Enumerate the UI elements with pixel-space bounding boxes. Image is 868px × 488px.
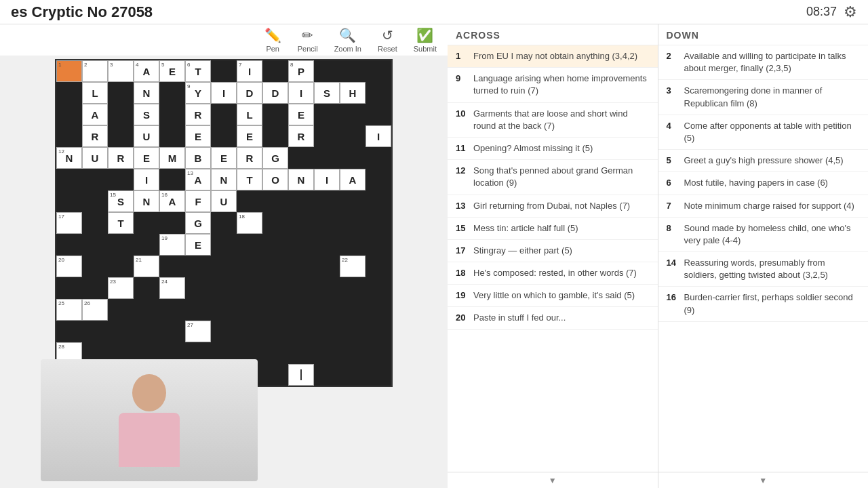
cell-11-7[interactable] <box>237 299 262 321</box>
cell-6-11[interactable] <box>340 190 366 212</box>
cell-11-8[interactable] <box>262 299 288 321</box>
cell-2-8[interactable] <box>262 104 288 125</box>
cell-14-8[interactable] <box>262 364 288 386</box>
cell-11-0[interactable]: 25 <box>56 299 82 321</box>
cell-9-5[interactable] <box>185 256 211 277</box>
cell-7-0[interactable]: 17 <box>56 212 82 234</box>
cell-11-12[interactable] <box>366 299 391 321</box>
cell-10-2[interactable]: 23 <box>108 277 134 299</box>
clue-item-16[interactable]: 16Burden-carrier first, perhaps soldier … <box>658 287 869 321</box>
cell-6-4[interactable]: 16A <box>159 190 185 212</box>
cell-5-1[interactable] <box>82 169 108 190</box>
cell-12-0[interactable] <box>56 321 82 342</box>
cell-5-4[interactable] <box>159 169 185 190</box>
cell-3-6[interactable] <box>211 125 237 147</box>
cell-1-6[interactable]: I <box>211 82 237 104</box>
cell-0-3[interactable]: 4A <box>134 60 159 82</box>
cell-12-9[interactable] <box>288 321 314 342</box>
cell-12-1[interactable] <box>82 321 108 342</box>
cell-5-12[interactable] <box>366 169 391 190</box>
cell-1-2[interactable] <box>108 82 134 104</box>
cell-7-8[interactable] <box>262 212 288 234</box>
cell-8-8[interactable] <box>262 234 288 256</box>
cell-11-10[interactable] <box>314 299 340 321</box>
cell-11-9[interactable] <box>288 299 314 321</box>
clue-item-9[interactable]: 9Language arising when home improvements… <box>448 68 658 102</box>
cell-13-9[interactable] <box>288 342 314 364</box>
clue-item-7[interactable]: 7Note minimum charge raised for support … <box>658 195 869 218</box>
pen-tool[interactable]: ✏️ Pen <box>264 27 281 53</box>
cell-10-7[interactable] <box>237 277 262 299</box>
cell-9-7[interactable] <box>237 256 262 277</box>
cell-9-2[interactable] <box>108 256 134 277</box>
cell-3-9[interactable]: R <box>288 125 314 147</box>
cell-10-0[interactable] <box>56 277 82 299</box>
cell-4-8[interactable]: G <box>262 147 288 169</box>
cell-3-8[interactable] <box>262 125 288 147</box>
cell-8-7[interactable] <box>237 234 262 256</box>
cell-6-2[interactable]: 15S <box>108 190 134 212</box>
cell-2-3[interactable]: S <box>134 104 159 125</box>
cell-9-10[interactable] <box>314 256 340 277</box>
cell-9-1[interactable] <box>82 256 108 277</box>
clue-item-18[interactable]: 18He's composed: rested, in other words … <box>448 262 658 285</box>
cell-6-6[interactable]: U <box>211 190 237 212</box>
cell-11-11[interactable] <box>340 299 366 321</box>
clue-item-2[interactable]: 2Available and willing to participate in… <box>658 45 869 80</box>
cell-6-7[interactable] <box>237 190 262 212</box>
clue-item-11[interactable]: 11Opening? Almost missing it (5) <box>448 138 658 160</box>
cell-0-12[interactable] <box>366 60 391 82</box>
cell-6-1[interactable] <box>82 190 108 212</box>
cell-13-8[interactable] <box>262 342 288 364</box>
cell-12-3[interactable] <box>134 321 159 342</box>
cell-11-5[interactable] <box>185 299 211 321</box>
cell-8-1[interactable] <box>82 234 108 256</box>
cell-5-2[interactable] <box>108 169 134 190</box>
clue-item-17[interactable]: 17Stingray — either part (5) <box>448 240 658 262</box>
cell-12-11[interactable] <box>340 321 366 342</box>
cell-7-11[interactable] <box>340 212 366 234</box>
cell-6-0[interactable] <box>56 190 82 212</box>
cell-9-9[interactable] <box>288 256 314 277</box>
cell-4-10[interactable] <box>314 147 340 169</box>
cell-7-9[interactable] <box>288 212 314 234</box>
cell-9-6[interactable] <box>211 256 237 277</box>
cell-1-3[interactable]: N <box>134 82 159 104</box>
cell-7-4[interactable] <box>159 212 185 234</box>
cell-10-9[interactable] <box>288 277 314 299</box>
cell-12-8[interactable] <box>262 321 288 342</box>
cell-8-4[interactable]: 19 <box>159 234 185 256</box>
cell-10-11[interactable] <box>340 277 366 299</box>
cell-3-0[interactable] <box>56 125 82 147</box>
cell-4-0[interactable]: 12N <box>56 147 82 169</box>
cell-2-12[interactable] <box>366 104 391 125</box>
cell-4-3[interactable]: E <box>134 147 159 169</box>
cell-11-6[interactable] <box>211 299 237 321</box>
across-scroll-down[interactable]: ▼ <box>448 472 658 488</box>
cell-0-8[interactable] <box>262 60 288 82</box>
cell-12-10[interactable] <box>314 321 340 342</box>
cell-1-5[interactable]: 9Y <box>185 82 211 104</box>
cell-9-4[interactable] <box>159 256 185 277</box>
cell-5-6[interactable]: N <box>211 169 237 190</box>
clue-item-14[interactable]: 14Reassuring words, presumably from sold… <box>658 252 869 287</box>
cell-10-10[interactable] <box>314 277 340 299</box>
cell-1-12[interactable] <box>366 82 391 104</box>
cell-14-9[interactable] <box>288 364 314 386</box>
clue-item-1[interactable]: 1From EU I may not obtain anything (3,4,… <box>448 45 658 68</box>
cell-5-11[interactable]: A <box>340 169 366 190</box>
cell-3-11[interactable] <box>340 125 366 147</box>
cell-13-12[interactable] <box>366 342 391 364</box>
cell-12-2[interactable] <box>108 321 134 342</box>
cell-9-3[interactable]: 21 <box>134 256 159 277</box>
cell-3-7[interactable]: E <box>237 125 262 147</box>
cell-4-4[interactable]: M <box>159 147 185 169</box>
cell-8-0[interactable] <box>56 234 82 256</box>
cell-7-10[interactable] <box>314 212 340 234</box>
cell-8-6[interactable] <box>211 234 237 256</box>
cell-3-3[interactable]: U <box>134 125 159 147</box>
cell-7-1[interactable] <box>82 212 108 234</box>
cell-8-5[interactable]: E <box>185 234 211 256</box>
clue-item-12[interactable]: 12Song that's penned about grand German … <box>448 160 658 195</box>
cell-0-4[interactable]: 5E <box>159 60 185 82</box>
